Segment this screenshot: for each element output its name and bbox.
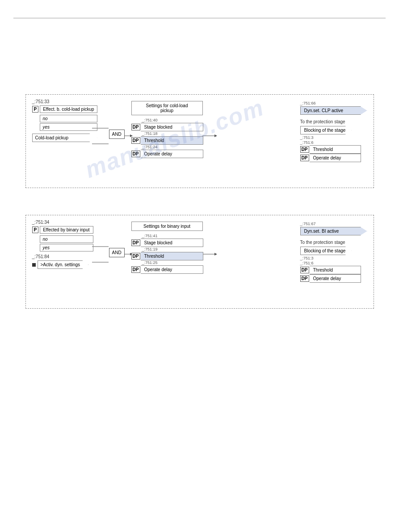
diagram1-right-row1-tag: DP — [300, 146, 309, 153]
diagram2-protection-label: To the protection stage — [300, 240, 367, 245]
svg-marker-11 — [214, 253, 217, 256]
diagram1-addr2: _:751:18 — [142, 131, 203, 136]
diagram2-row2: DP Threshold — [131, 252, 203, 260]
diagram2-binary-box: >Activ. dyn. settings — [38, 260, 88, 269]
diagram1-p-block: P Effect. b. cold-load pickup — [32, 105, 97, 113]
diagram1-cold-load-wrapper: Cold-load pickup — [32, 134, 97, 142]
diagram2-right-row2: DP Operate delay — [300, 274, 367, 283]
diagram1-left-addr: _:751:33 — [32, 99, 97, 104]
diagram1-right-addr2: _:751:6 — [300, 140, 367, 145]
diagram2-row1-label: Stage blocked — [141, 239, 203, 247]
diagram2-addr1: _:751:41 — [142, 234, 203, 238]
diagram1-right-row2-label: Operate delay — [310, 154, 361, 162]
diagram2-right-row2-label: Operate delay — [310, 274, 361, 283]
diagram1-blocking-addr: _:751:3 — [300, 135, 367, 140]
diagram2-dyn-set-box: Dyn.set. BI active — [300, 227, 367, 235]
diagram1-right-row1: DP Threshold — [300, 145, 367, 154]
diagram2-right-row1: DP Threshold — [300, 266, 367, 274]
diagram2-p-label: Effected by binary input — [40, 226, 93, 234]
diagram1-row3-tag: DP — [131, 151, 140, 157]
top-rule — [13, 18, 386, 18]
diagram1-right-panel: _:751:66 Dyn.set. CLP active To the prot… — [300, 101, 367, 162]
diagram2-and-label: AND — [112, 250, 122, 255]
diagram2-row3-tag: DP — [131, 266, 140, 273]
diagram1-row1: DP Stage blocked — [131, 123, 203, 131]
diagram2-p-tag: P — [32, 226, 39, 233]
diagram2-option-no: no — [40, 235, 94, 243]
diagram1-addr3: _:751:24 — [142, 145, 203, 149]
diagram2-blocking-label: Blocking of the stage — [300, 247, 352, 255]
diagram2-row1-tag: DP — [131, 239, 140, 246]
diagram2-row3: DP Operate delay — [131, 265, 203, 274]
diagram1-addr1: _:751:40 — [142, 118, 203, 122]
diagram1-row2: DP Threshold — [131, 136, 203, 145]
diagram1-row3: DP Operate delay — [131, 150, 203, 158]
diagram2-row2-label: Threshold — [141, 252, 203, 260]
diagram2-and-gate: AND — [109, 248, 125, 257]
diagram1-row2-tag: DP — [131, 137, 140, 144]
page-container: manualslib.com _:751:33 P Effect. b. col… — [0, 0, 399, 532]
diagram1-row1-label: Stage blocked — [141, 123, 203, 131]
diagram2-p-block: P Effected by binary input — [32, 226, 94, 234]
diagram1-center-panel: Settings for cold-load pickup _:751:40 D… — [131, 101, 203, 158]
diagram2-blocking-addr: _:751:3 — [300, 256, 367, 260]
diagram1-right-addr1: _:751:66 — [300, 101, 367, 105]
diagram1-cold-load-box: Cold-load pickup — [32, 134, 97, 142]
diagram2-binary-input-row: >Activ. dyn. settings — [32, 260, 94, 269]
diagram1-left-panel: _:751:33 P Effect. b. cold-load pickup n… — [32, 99, 97, 142]
diagram2-center-panel: Settings for binary input _:751:41 DP St… — [131, 222, 203, 274]
diagram1-right-row2: DP Operate delay — [300, 154, 367, 162]
diagram1-dyn-set-box: Dyn.set. CLP active — [300, 106, 367, 115]
diagram1-blocking-box: Blocking of the stage — [300, 126, 367, 134]
diagram2-right-row2-tag: DP — [300, 275, 309, 282]
diagram2-center-title: Settings for binary input — [131, 222, 203, 231]
diagram1-wrapper: _:751:33 P Effect. b. cold-load pickup n… — [25, 94, 374, 188]
diagram2-left-panel: _:751:34 P Effected by binary input no y… — [32, 220, 94, 269]
diagram2-right-panel: _:751:67 Dyn.set. BI active To the prote… — [300, 222, 367, 283]
diagram2-right-row1-tag: DP — [300, 267, 309, 273]
diagram2-left-addr: _:751:34 — [32, 220, 94, 225]
diagram2-right-addr2: _:751:6 — [300, 261, 367, 265]
diagram1-p-tag: P — [32, 106, 39, 113]
diagram2-row3-label: Operate delay — [141, 265, 203, 274]
diagram2-small-square — [32, 263, 36, 267]
diagram1-and-label: AND — [112, 132, 122, 137]
diagram1-option-no: no — [40, 115, 97, 122]
diagram2-option-yes: yes — [40, 244, 94, 251]
diagram1-protection-label: To the protection stage — [300, 119, 367, 124]
diagram2-right-row1-label: Threshold — [310, 266, 361, 274]
diagram2-addr2: _:751:19 — [142, 247, 203, 251]
diagram2-addr3: _:751:25 — [142, 260, 203, 265]
diagram1-row1-tag: DP — [131, 124, 140, 130]
diagram1-row2-label: Threshold — [141, 136, 203, 145]
diagram1-center-title: Settings for cold-load pickup — [131, 101, 203, 115]
diagram1-and-gate: AND — [109, 130, 125, 139]
diagram2-row1: DP Stage blocked — [131, 239, 203, 247]
diagram2-blocking-box: Blocking of the stage — [300, 247, 367, 255]
diagram1-option-yes: yes — [40, 123, 97, 131]
diagram2-row2-tag: DP — [131, 253, 140, 260]
diagram1-row3-label: Operate delay — [141, 150, 203, 158]
diagram1-p-label: Effect. b. cold-load pickup — [40, 105, 97, 113]
diagram2-binary-addr: _:751:84 — [32, 254, 94, 259]
diagram2-wrapper: _:751:34 P Effected by binary input no y… — [25, 215, 374, 309]
diagram1-right-row1-label: Threshold — [310, 145, 361, 154]
diagram2-right-addr1: _:751:67 — [300, 222, 367, 226]
svg-marker-5 — [214, 134, 217, 137]
diagram1-blocking-label: Blocking of the stage — [300, 126, 352, 134]
diagram2-binary-addr-wrapper: _:751:84 >Activ. dyn. settings — [32, 254, 94, 269]
diagram1-right-row2-tag: DP — [300, 155, 309, 161]
